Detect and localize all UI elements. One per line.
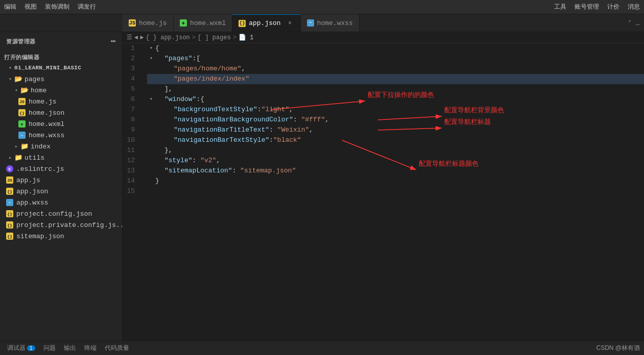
sidebar-item-10[interactable]: {}app.json (0, 186, 122, 197)
sidebar-more-icon[interactable]: ⋯ (111, 36, 116, 46)
breadcrumb-pages[interactable]: [ ] pages (198, 34, 231, 41)
breadcrumb-nav-forward[interactable]: ► (140, 34, 144, 41)
token-string: "#fff" (301, 115, 325, 125)
token-bracket: [ (196, 54, 200, 64)
code-line-15[interactable] (147, 186, 644, 196)
menu-bar: 编辑 视图 装饰调制 调发行 工具 账号管理 计价 消息 (0, 0, 644, 14)
tab-home-wxml[interactable]: ◈home.wxml (174, 14, 232, 32)
bottom-tab-终端[interactable]: 终端 (81, 343, 100, 353)
sidebar-item-0[interactable]: ▾📂pages (0, 73, 122, 85)
line-number-14: 14 (123, 176, 139, 186)
sidebar-header: 资源管理器 ⋯ (0, 32, 122, 50)
bottom-tab-输出[interactable]: 输出 (61, 343, 79, 353)
sidebar-item-8[interactable]: E.eslintrc.js (0, 163, 122, 174)
menu-view[interactable]: 视图 (25, 3, 37, 11)
token-bracket: ] (164, 84, 169, 94)
line-numbers: 123456789101112131415 (123, 43, 143, 341)
more-actions-icon[interactable]: … (636, 19, 640, 27)
code-line-9[interactable]: "navigationBarTitleText": "Weixin", (147, 125, 644, 135)
menu-run[interactable]: 调发行 (78, 3, 96, 11)
open-editors-section[interactable]: 打开的编辑器 (0, 50, 122, 62)
folder-chevron-icon: ▸ (6, 154, 14, 162)
sidebar-item-1[interactable]: ▾📂home (0, 85, 122, 96)
bottom-tab-代码质量[interactable]: 代码质量 (102, 343, 132, 353)
code-line-4[interactable]: "pages/index/index" (147, 74, 644, 84)
breadcrumb-sep2: > (233, 34, 236, 41)
token-string: "pages/index/index" (174, 74, 249, 84)
code-line-10[interactable]: "navigationBarTextStyle":"black" (147, 135, 644, 145)
line-number-4: 4 (123, 74, 139, 84)
breadcrumb: ☰ ◄ ► { } app.json > [ ] pages > 📄 1 (123, 32, 644, 43)
split-editor-icon[interactable]: ⎖ (628, 19, 632, 27)
sidebar-item-14[interactable]: {}sitemap.json (0, 231, 122, 242)
menu-extra2[interactable]: 账号管理 (575, 3, 599, 11)
bottom-tab-调试器[interactable]: 调试器1 (4, 343, 38, 353)
code-line-7[interactable]: "backgroundTextStyle":"light", (147, 105, 644, 115)
tab-app-json[interactable]: {}app.json× (232, 14, 300, 32)
fold-arrow-6[interactable]: ▾ (147, 94, 155, 105)
sidebar-item-11[interactable]: ~app.wxss (0, 197, 122, 208)
sidebar-item-3[interactable]: {}home.json (0, 107, 122, 118)
bottom-tab-问题[interactable]: 问题 (40, 343, 59, 353)
tab-icon-app-json: {} (238, 20, 246, 27)
sidebar-item-label: app.js (16, 176, 40, 184)
code-editor[interactable]: 123456789101112131415 配置下拉操作的的颜色配置导航栏背景颜… (123, 43, 644, 341)
tab-label-home-wxml: home.wxml (190, 19, 226, 27)
tab-label-app-json: app.json (249, 19, 280, 27)
sidebar-item-12[interactable]: {}project.config.json (0, 208, 122, 219)
code-line-8[interactable]: "navigationBarBackgroundColor": "#fff", (147, 115, 644, 125)
code-line-14[interactable]: } (147, 176, 644, 186)
sidebar-item-6[interactable]: ▸📁index (0, 141, 122, 152)
code-line-11[interactable]: }, (147, 145, 644, 156)
token-colon: : (269, 135, 273, 145)
fold-arrow-1[interactable]: ▾ (147, 43, 155, 54)
sidebar-item-project[interactable]: ▾ 01_LEARN_MINI_BASIC (0, 62, 122, 73)
fold-arrow-13 (147, 166, 155, 176)
code-line-6[interactable]: ▾"window":{ (147, 94, 644, 105)
code-line-5[interactable]: ], (147, 84, 644, 94)
tab-close-app-json[interactable]: × (286, 19, 294, 28)
sidebar-item-label: index (31, 143, 51, 150)
sidebar-item-4[interactable]: ◈home.wxml (0, 118, 122, 130)
line-number-1: 1 (123, 43, 139, 54)
breadcrumb-nav-back[interactable]: ◄ (134, 34, 138, 41)
file-icon-json: {} (6, 188, 13, 195)
tab-home-js[interactable]: JShome.js (123, 14, 174, 32)
menu-extra1[interactable]: 工具 (554, 3, 566, 11)
token-comma: , (309, 125, 313, 135)
file-icon-json: {} (18, 109, 26, 116)
bottom-right-text: CSDN @林有酒 (596, 344, 640, 352)
token-string: "v2" (200, 156, 216, 166)
fold-arrow-2[interactable]: ▾ (147, 54, 155, 64)
code-line-3[interactable]: "pages/home/home", (147, 64, 644, 74)
token-string: "sitemap.json" (240, 166, 296, 176)
sidebar-item-label: utils (25, 154, 44, 162)
menu-edit[interactable]: 编辑 (4, 3, 16, 11)
breadcrumb-app-json[interactable]: { } app.json (146, 34, 189, 41)
menu-extra3[interactable]: 计价 (607, 3, 619, 11)
code-line-2[interactable]: ▾"pages":[ (147, 54, 644, 64)
token-key: "navigationBarTextStyle" (174, 135, 269, 145)
line-number-9: 9 (123, 125, 139, 135)
code-content[interactable]: 配置下拉操作的的颜色配置导航栏背景颜色配置导航栏标题配置导航栏标题颜色 ▾{▾"… (143, 43, 644, 341)
token-key: "navigationBarTitleText" (174, 125, 269, 135)
code-line-12[interactable]: "style": "v2", (147, 156, 644, 166)
sidebar-item-7[interactable]: ▸📁utils (0, 152, 122, 163)
menu-extra4[interactable]: 消息 (628, 3, 640, 11)
file-icon-wxss: ~ (18, 132, 26, 139)
menu-decorate[interactable]: 装饰调制 (45, 3, 69, 11)
token-comma: , (325, 115, 329, 125)
fold-arrow-3 (147, 64, 155, 74)
breadcrumb-index[interactable]: 📄 1 (238, 34, 253, 41)
sidebar-item-13[interactable]: {}project.private.config.js... (0, 219, 122, 231)
sidebar-item-label: home.wxss (29, 132, 64, 139)
tab-home-wxss[interactable]: ~home.wxss (301, 14, 360, 32)
sidebar-item-2[interactable]: JShome.js (0, 96, 122, 107)
sidebar-item-5[interactable]: ~home.wxss (0, 130, 122, 141)
token-string: "pages/home/home" (174, 64, 242, 74)
sidebar-item-label: home.json (29, 109, 64, 117)
sidebar-item-label: app.json (16, 188, 48, 195)
code-line-1[interactable]: ▾{ (147, 43, 644, 54)
code-line-13[interactable]: "sitemapLocation": "sitemap.json" (147, 166, 644, 176)
sidebar-item-9[interactable]: JSapp.js (0, 174, 122, 186)
